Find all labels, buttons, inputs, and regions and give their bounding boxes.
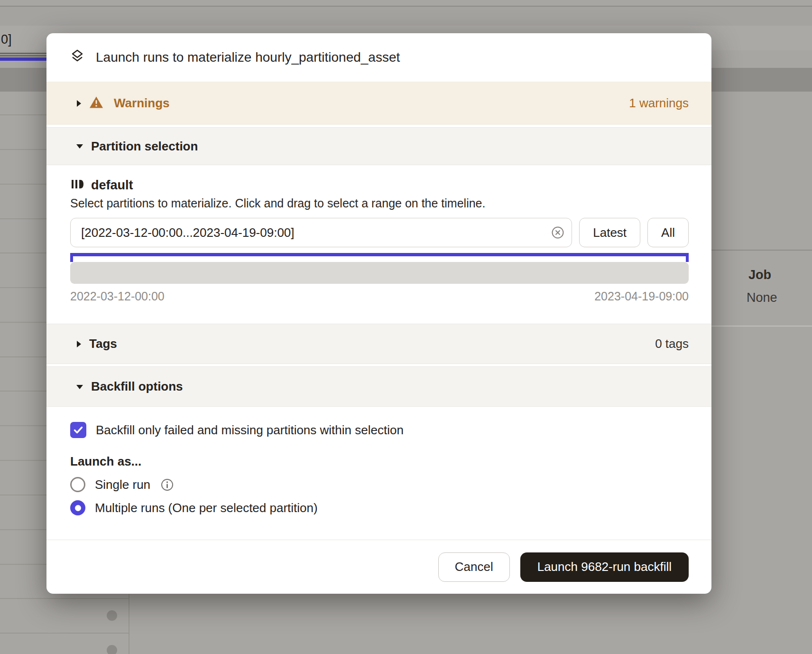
- info-icon[interactable]: [161, 478, 174, 491]
- launch-backfill-button[interactable]: Launch 9682-run backfill: [520, 552, 689, 582]
- background-table-row-line: [0, 460, 47, 461]
- background-table-row-line: [0, 564, 47, 565]
- materialize-layers-icon: [69, 48, 85, 66]
- dialog-title: Launch runs to materialize hourly_partit…: [96, 50, 400, 65]
- all-button[interactable]: All: [647, 218, 689, 247]
- timeline-date-labels: 2022-03-12-00:00 2023-04-19-09:00: [70, 290, 689, 303]
- timeline-start-label: 2022-03-12-00:00: [70, 290, 165, 303]
- background-toolbar-divider: [0, 6, 812, 7]
- backfill-failed-missing-row: Backfill only failed and missing partiti…: [70, 422, 689, 438]
- background-table-row-line: [0, 149, 47, 150]
- warnings-section-toggle[interactable]: Warnings 1 warnings: [46, 82, 711, 125]
- partition-selection-label: Partition selection: [91, 139, 198, 154]
- background-table-row-line: [0, 495, 47, 495]
- multiple-runs-label: Multiple runs (One per selected partitio…: [95, 501, 318, 515]
- partition-range-input[interactable]: [70, 218, 572, 247]
- partition-set-name: default: [91, 178, 133, 193]
- backfill-failed-missing-label: Backfill only failed and missing partiti…: [96, 423, 404, 438]
- launch-backfill-dialog: Launch runs to materialize hourly_partit…: [46, 33, 711, 594]
- latest-button[interactable]: Latest: [579, 218, 640, 247]
- partition-set-icon: [70, 178, 83, 193]
- partition-range-row: Latest All: [70, 218, 689, 247]
- selected-range-bracket: [70, 253, 689, 262]
- launch-as-label: Launch as...: [70, 454, 689, 469]
- background-table-row-line: [0, 184, 47, 185]
- background-table-row-line: [0, 425, 47, 426]
- background-job-column-value: None: [747, 290, 777, 305]
- dialog-footer: Cancel Launch 9682-run backfill: [46, 540, 711, 594]
- background-right-row-line: [711, 326, 812, 327]
- partition-picker: default Select partitions to materialize…: [46, 165, 711, 324]
- backfill-options-label: Backfill options: [91, 379, 183, 394]
- caret-right-icon: [75, 339, 83, 349]
- warning-triangle-icon: [89, 96, 103, 111]
- partition-picker-description: Select partitions to materialize. Click …: [70, 196, 689, 210]
- caret-down-icon: [75, 383, 84, 391]
- warnings-count: 1 warnings: [629, 96, 689, 111]
- tags-section-toggle[interactable]: Tags 0 tags: [46, 324, 711, 364]
- background-status-dot: [107, 610, 117, 621]
- background-table-row-line: [0, 529, 47, 530]
- background-job-column-header: Job: [748, 268, 771, 282]
- partition-selection-toggle[interactable]: Partition selection: [46, 127, 711, 165]
- background-table-row-line: [0, 356, 47, 357]
- cancel-button[interactable]: Cancel: [438, 552, 510, 582]
- tags-count: 0 tags: [655, 336, 689, 351]
- single-run-radio[interactable]: [70, 477, 85, 492]
- partition-set-row: default: [70, 178, 689, 193]
- background-table-row-line: [0, 252, 47, 253]
- background-table-row-line: [0, 287, 47, 288]
- partition-timeline[interactable]: [70, 262, 689, 284]
- backfill-options-body: Backfill only failed and missing partiti…: [46, 407, 711, 539]
- backfill-failed-missing-checkbox[interactable]: [70, 422, 86, 438]
- background-table-row-line: [0, 598, 129, 599]
- background-toolbar: [0, 7, 812, 26]
- background-status-dot: [107, 645, 117, 654]
- clear-selection-icon[interactable]: [551, 226, 564, 239]
- background-table-row-line: [0, 391, 47, 392]
- tags-label: Tags: [89, 336, 117, 351]
- caret-right-icon: [75, 99, 83, 108]
- multiple-runs-radio[interactable]: [70, 500, 85, 515]
- background-table-row-line: [0, 322, 47, 323]
- timeline-end-label: 2023-04-19-09:00: [594, 290, 689, 303]
- background-partition-input-text: 0]: [1, 32, 12, 47]
- dialog-header: Launch runs to materialize hourly_partit…: [46, 33, 711, 82]
- backfill-options-toggle[interactable]: Backfill options: [46, 366, 711, 407]
- single-run-label: Single run: [95, 477, 150, 492]
- caret-down-icon: [75, 142, 84, 150]
- multiple-runs-option: Multiple runs (One per selected partitio…: [70, 500, 689, 515]
- background-right-row-line: [711, 250, 812, 251]
- warnings-label: Warnings: [114, 96, 169, 111]
- single-run-option: Single run: [70, 477, 689, 492]
- background-column-divider: [129, 594, 129, 654]
- background-table-row-line: [0, 218, 47, 219]
- background-table-row-line: [0, 114, 47, 115]
- partition-range-input-wrap: [70, 218, 572, 247]
- background-table-row-line: [0, 633, 129, 634]
